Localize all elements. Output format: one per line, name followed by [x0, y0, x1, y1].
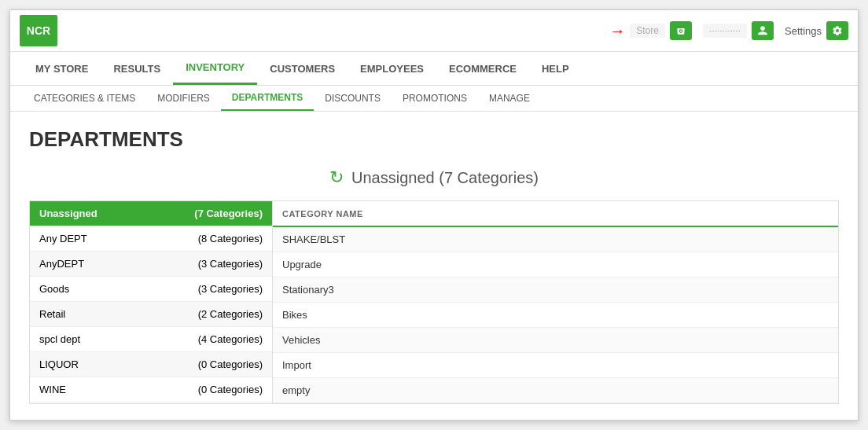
category-panel: CATEGORY NAME SHAKE/BLST Upgrade Station… [273, 200, 839, 404]
subnav-manage[interactable]: MANAGE [478, 86, 541, 110]
section-title: Unassigned (7 Categories) [351, 169, 539, 187]
dept-count: (7 Categories) [194, 208, 263, 219]
dept-name: AnyDEPT [39, 258, 84, 270]
main-area: Unassigned (7 Categories) Any DEPT (8 Ca… [29, 200, 839, 404]
store-label: Store [630, 24, 665, 38]
dept-item-spcl[interactable]: spcl dept (4 Categories) [30, 327, 272, 352]
dept-item-liquor[interactable]: LIQUOR (0 Categories) [30, 352, 272, 377]
dept-count: (8 Categories) [198, 233, 263, 244]
dept-count: (4 Categories) [198, 333, 263, 345]
nav-customers[interactable]: CUSTOMERS [257, 53, 348, 84]
ncr-logo: NCR [20, 15, 57, 46]
dept-count: (2 Categories) [198, 308, 263, 320]
sub-nav: CATEGORIES & ITEMS MODIFIERS DEPARTMENTS… [10, 86, 858, 112]
nav-results[interactable]: RESULTS [101, 53, 173, 84]
category-header-text: CATEGORY NAME [282, 209, 363, 219]
subnav-modifiers[interactable]: MODIFIERS [146, 86, 221, 110]
nav-inventory[interactable]: INVENTORY [173, 52, 257, 85]
logo-text: NCR [27, 24, 50, 37]
dept-item-anydept2[interactable]: AnyDEPT (3 Categories) [30, 252, 272, 277]
dept-name: Unassigned [39, 208, 97, 219]
subnav-promotions[interactable]: PROMOTIONS [392, 86, 478, 110]
nav-help[interactable]: HELP [529, 53, 582, 84]
dept-name: Goods [39, 283, 69, 295]
user-label: ············ [703, 24, 747, 38]
dept-name: LIQUOR [39, 358, 79, 370]
nav-ecommerce[interactable]: ECOMMERCE [436, 53, 529, 84]
category-row-stationary: Stationary3 [273, 277, 838, 303]
category-row-empty: empty [273, 378, 838, 403]
page-content: DEPARTMENTS ↻ Unassigned (7 Categories) … [10, 112, 858, 420]
app-window: NCR → Store ············ Settings MY STO… [9, 9, 859, 421]
dept-count: (0 Categories) [198, 358, 263, 370]
arrow-icon: → [609, 22, 625, 40]
category-row-bikes: Bikes [273, 303, 838, 328]
top-bar: NCR → Store ············ Settings [10, 10, 858, 52]
nav-employees[interactable]: EMPLOYEES [348, 53, 436, 84]
dept-item-unassigned[interactable]: Unassigned (7 Categories) [30, 201, 272, 226]
dept-item-retail[interactable]: Retail (2 Categories) [30, 302, 272, 327]
main-nav: MY STORE RESULTS INVENTORY CUSTOMERS EMP… [10, 52, 858, 86]
refresh-icon[interactable]: ↻ [329, 167, 344, 188]
category-header: CATEGORY NAME [273, 201, 838, 227]
category-row-upgrade: Upgrade [273, 252, 838, 277]
section-header: ↻ Unassigned (7 Categories) [29, 167, 839, 188]
settings-label: Settings [785, 25, 822, 37]
store-area: → Store ············ Settings [609, 21, 848, 40]
dept-name: spcl dept [39, 333, 80, 345]
dept-item-goods[interactable]: Goods (3 Categories) [30, 277, 272, 302]
dept-list: Unassigned (7 Categories) Any DEPT (8 Ca… [29, 200, 273, 404]
dept-item-anydept1[interactable]: Any DEPT (8 Categories) [30, 226, 272, 252]
store-icon[interactable] [670, 21, 692, 40]
dept-name: Any DEPT [39, 233, 87, 244]
category-row-vehicles: Vehicles [273, 328, 838, 353]
subnav-categories-items[interactable]: CATEGORIES & ITEMS [23, 86, 146, 110]
category-row-shake: SHAKE/BLST [273, 227, 838, 252]
dept-name: Retail [39, 308, 65, 320]
category-row-import: Import [273, 353, 838, 378]
user-icon[interactable] [752, 21, 774, 40]
settings-icon[interactable] [826, 21, 848, 40]
dept-count: (3 Categories) [198, 258, 263, 270]
dept-name: WINE [39, 384, 66, 395]
subnav-departments[interactable]: DEPARTMENTS [221, 86, 314, 111]
dept-count: (3 Categories) [198, 283, 263, 295]
dept-item-wine[interactable]: WINE (0 Categories) [30, 377, 272, 402]
dept-count: (0 Categories) [198, 384, 263, 395]
subnav-discounts[interactable]: DISCOUNTS [314, 86, 392, 110]
nav-my-store[interactable]: MY STORE [23, 53, 101, 84]
page-title: DEPARTMENTS [29, 127, 839, 152]
